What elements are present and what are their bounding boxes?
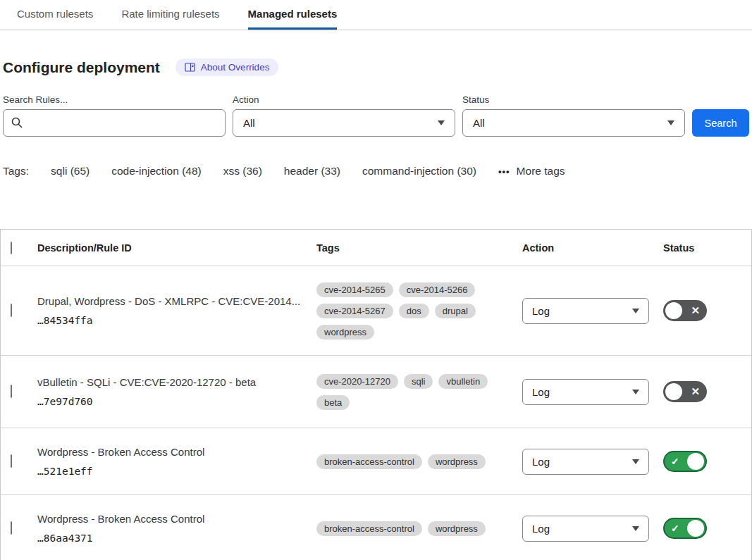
action-filter-value: All [243, 117, 255, 129]
x-icon: ✕ [691, 304, 700, 317]
heading-row: Configure deployment About Overrides [3, 58, 749, 76]
rule-tag: cve-2014-5267 [316, 304, 393, 318]
column-description: Description/Rule ID [37, 242, 316, 254]
table-header-row: Description/Rule ID Tags Action Status [1, 230, 751, 266]
toggle-knob [687, 453, 704, 470]
rule-action-select[interactable]: Log [522, 449, 649, 475]
check-icon: ✓ [671, 456, 679, 467]
rules-table: Description/Rule ID Tags Action Status D… [0, 229, 752, 560]
table-row: vBulletin - SQLi - CVE:CVE-2020-12720 - … [1, 356, 751, 428]
search-button[interactable]: Search [692, 109, 749, 137]
chevron-down-icon [438, 120, 445, 125]
rule-tag: vbulletin [438, 374, 488, 389]
rule-id: …84534ffa [37, 315, 302, 326]
rule-tag: dos [399, 304, 429, 318]
rule-tag: wordpress [316, 325, 374, 340]
chevron-down-icon [632, 459, 639, 464]
rule-tag: beta [316, 395, 350, 410]
rule-tag: sqli [404, 374, 433, 389]
table-row: Drupal, Wordpress - DoS - XMLRPC - CVE:C… [1, 266, 751, 356]
more-tags-label: More tags [517, 165, 565, 178]
tag-link-header[interactable]: header (33) [284, 165, 340, 178]
rule-id: …7e97d760 [37, 396, 302, 407]
chevron-down-icon [632, 309, 639, 313]
rule-tag: broken-access-control [316, 521, 422, 536]
tab-custom-rulesets[interactable]: Custom rulesets [17, 0, 93, 30]
rule-description: Wordpress - Broken Access Control [37, 513, 302, 526]
rule-action-value: Log [532, 386, 550, 398]
tab-managed-rulesets[interactable]: Managed rulesets [248, 0, 338, 30]
tag-link-code-injection[interactable]: code-injection (48) [111, 165, 202, 178]
table-row: Wordpress - Broken Access Control …86aa4… [1, 495, 751, 560]
tags-bar: Tags: sqli (65) code-injection (48) xss … [3, 165, 749, 178]
rule-status-toggle[interactable]: ✕ [663, 300, 707, 321]
toggle-knob [665, 383, 682, 400]
ellipsis-icon: ••• [498, 166, 510, 177]
rule-tag: drupal [435, 304, 476, 318]
rule-action-value: Log [532, 456, 550, 468]
column-status: Status [663, 242, 751, 254]
rule-tag: cve-2014-5265 [316, 282, 393, 297]
search-rules-input[interactable] [3, 109, 226, 137]
select-all-checkbox[interactable] [11, 242, 12, 254]
row-checkbox[interactable] [11, 454, 12, 468]
rule-tag: broken-access-control [316, 454, 422, 469]
rule-action-value: Log [532, 305, 550, 317]
x-icon: ✕ [691, 385, 700, 398]
status-filter-value: All [473, 117, 485, 129]
toggle-knob [665, 302, 682, 319]
rule-tag: cve-2020-12720 [316, 374, 398, 389]
rule-id: …521e1eff [37, 466, 302, 477]
column-action: Action [522, 242, 663, 254]
action-filter-select[interactable]: All [233, 109, 455, 137]
rule-action-value: Log [532, 523, 550, 535]
action-filter-label: Action [233, 94, 462, 105]
book-icon [185, 63, 195, 72]
chevron-down-icon [667, 120, 674, 125]
table-row: Wordpress - Broken Access Control …521e1… [1, 428, 751, 495]
tags-label: Tags: [3, 165, 29, 178]
page-title: Configure deployment [3, 59, 160, 76]
status-filter-select[interactable]: All [462, 109, 685, 137]
rule-id: …86aa4371 [37, 533, 302, 544]
rule-tag: wordpress [428, 521, 486, 536]
rule-status-toggle[interactable]: ✓ [663, 518, 707, 539]
rule-action-select[interactable]: Log [522, 379, 649, 405]
chevron-down-icon [632, 390, 639, 394]
more-tags-button[interactable]: ••• More tags [498, 165, 565, 178]
rule-action-select[interactable]: Log [522, 516, 649, 542]
row-checkbox[interactable] [11, 521, 12, 535]
tag-link-xss[interactable]: xss (36) [223, 165, 262, 178]
row-checkbox[interactable] [11, 304, 12, 317]
rule-tag: cve-2014-5266 [399, 282, 476, 297]
rule-description: Drupal, Wordpress - DoS - XMLRPC - CVE:C… [37, 295, 302, 309]
tag-link-sqli[interactable]: sqli (65) [51, 165, 90, 178]
rule-tag: wordpress [428, 454, 486, 469]
check-icon: ✓ [671, 523, 679, 534]
tag-link-command-injection[interactable]: command-injection (30) [362, 165, 476, 178]
rule-description: vBulletin - SQLi - CVE:CVE-2020-12720 - … [37, 376, 302, 390]
rule-status-toggle[interactable]: ✕ [663, 381, 707, 402]
toggle-knob [687, 520, 704, 537]
rule-status-toggle[interactable]: ✓ [663, 451, 707, 472]
search-rules-label: Search Rules... [3, 94, 233, 105]
ruleset-tabs: Custom rulesets Rate limiting rulesets M… [0, 0, 752, 30]
status-filter-label: Status [462, 94, 692, 105]
tab-rate-limiting-rulesets[interactable]: Rate limiting rulesets [121, 0, 219, 30]
about-overrides-link[interactable]: About Overrides [175, 58, 279, 76]
filter-bar: Search Rules... Action All Status [3, 94, 749, 137]
chevron-down-icon [632, 526, 639, 531]
row-checkbox[interactable] [11, 385, 12, 398]
rule-description: Wordpress - Broken Access Control [37, 446, 302, 459]
rule-action-select[interactable]: Log [522, 298, 649, 324]
column-tags: Tags [316, 242, 522, 254]
about-overrides-label: About Overrides [201, 62, 270, 73]
